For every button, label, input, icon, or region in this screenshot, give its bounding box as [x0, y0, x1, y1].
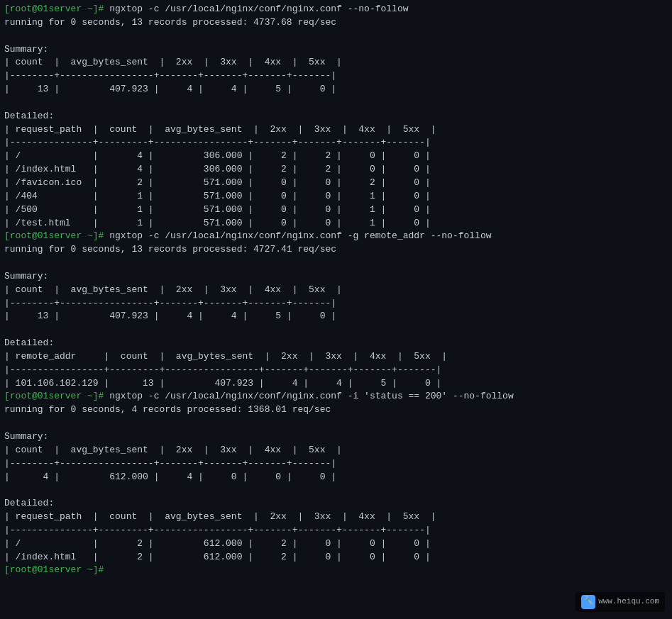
prompt: [root@01server ~]#	[4, 564, 109, 575]
terminal-line-28: | 101.106.102.129 | 13 | 407.923 | 4 | 4…	[4, 377, 668, 391]
terminal-line-17: [root@01server ~]# ngxtop -c /usr/local/…	[4, 230, 668, 243]
terminal-line-6: | 13 | 407.923 | 4 | 4 | 5 | 0 |	[4, 83, 668, 96]
terminal-line-23: | 13 | 407.923 | 4 | 4 | 5 | 0 |	[4, 310, 668, 323]
terminal-line-31	[4, 417, 668, 430]
terminal-line-19	[4, 257, 668, 270]
prompt: [root@01server ~]#	[4, 230, 109, 241]
watermark: 🔧 www.heiqu.com	[575, 592, 665, 612]
command: ngxtop -c /usr/local/nginx/conf/nginx.co…	[109, 391, 514, 401]
terminal-line-41: | /index.html | 2 | 612.000 | 2 | 0 | 0 …	[4, 551, 668, 564]
terminal-line-42: [root@01server ~]#	[4, 564, 668, 577]
terminal-line-38: | request_path | count | avg_bytes_sent …	[4, 511, 668, 524]
watermark-icon: 🔧	[581, 595, 595, 609]
terminal-line-24	[4, 323, 668, 337]
terminal: [root@01server ~]# ngxtop -c /usr/local/…	[4, 3, 668, 577]
terminal-line-25: Detailed:	[4, 337, 668, 350]
terminal-line-15: | /500 | 1 | 571.000 | 0 | 0 | 1 | 0 |	[4, 203, 668, 217]
terminal-line-3: Summary:	[4, 43, 668, 57]
terminal-line-1: running for 0 seconds, 13 records proces…	[4, 16, 668, 30]
prompt: [root@01server ~]#	[4, 391, 109, 401]
terminal-line-2	[4, 30, 668, 43]
terminal-line-26: | remote_addr | count | avg_bytes_sent |…	[4, 350, 668, 364]
terminal-line-5: |--------+-----------------+-------+----…	[4, 69, 668, 83]
terminal-line-34: |--------+-----------------+-------+----…	[4, 457, 668, 471]
terminal-line-14: | /404 | 1 | 571.000 | 0 | 0 | 1 | 0 |	[4, 190, 668, 203]
terminal-line-9: | request_path | count | avg_bytes_sent …	[4, 123, 668, 137]
terminal-line-30: running for 0 seconds, 4 records process…	[4, 403, 668, 417]
terminal-line-35: | 4 | 612.000 | 4 | 0 | 0 | 0 |	[4, 471, 668, 484]
terminal-line-11: | / | 4 | 306.000 | 2 | 2 | 0 | 0 |	[4, 150, 668, 163]
terminal-line-37: Detailed:	[4, 497, 668, 511]
terminal-line-33: | count | avg_bytes_sent | 2xx | 3xx | 4…	[4, 444, 668, 457]
terminal-line-8: Detailed:	[4, 110, 668, 123]
terminal-line-40: | / | 2 | 612.000 | 2 | 0 | 0 | 0 |	[4, 537, 668, 551]
terminal-line-21: | count | avg_bytes_sent | 2xx | 3xx | 4…	[4, 284, 668, 297]
terminal-line-16: | /test.html | 1 | 571.000 | 0 | 0 | 1 |…	[4, 217, 668, 230]
command: ngxtop -c /usr/local/nginx/conf/nginx.co…	[109, 4, 408, 14]
watermark-text: www.heiqu.com	[598, 596, 659, 608]
terminal-line-7	[4, 96, 668, 110]
terminal-line-22: |--------+-----------------+-------+----…	[4, 297, 668, 311]
terminal-line-20: Summary:	[4, 270, 668, 284]
terminal-line-13: | /favicon.ico | 2 | 571.000 | 0 | 0 | 2…	[4, 177, 668, 190]
terminal-line-29: [root@01server ~]# ngxtop -c /usr/local/…	[4, 390, 668, 403]
terminal-line-12: | /index.html | 4 | 306.000 | 2 | 2 | 0 …	[4, 163, 668, 177]
terminal-line-0: [root@01server ~]# ngxtop -c /usr/local/…	[4, 3, 668, 16]
command: ngxtop -c /usr/local/nginx/conf/nginx.co…	[109, 230, 491, 241]
prompt: [root@01server ~]#	[4, 4, 109, 14]
terminal-line-39: |---------------+---------+-------------…	[4, 524, 668, 537]
terminal-line-27: |-----------------+---------+-----------…	[4, 364, 668, 377]
terminal-line-10: |---------------+---------+-------------…	[4, 136, 668, 150]
terminal-line-4: | count | avg_bytes_sent | 2xx | 3xx | 4…	[4, 56, 668, 69]
terminal-line-32: Summary:	[4, 430, 668, 444]
terminal-line-36	[4, 484, 668, 497]
terminal-line-18: running for 0 seconds, 13 records proces…	[4, 243, 668, 257]
